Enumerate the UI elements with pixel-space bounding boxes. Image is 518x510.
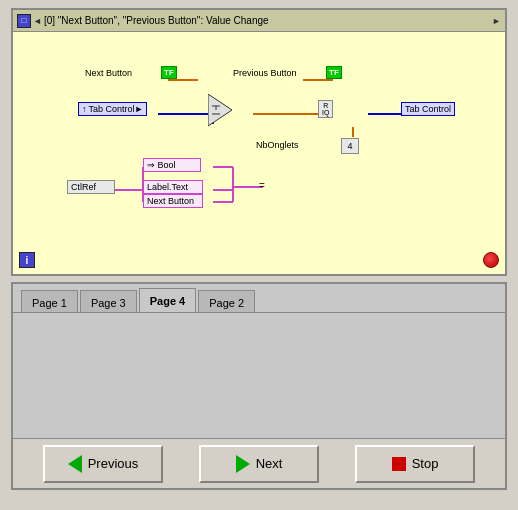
tab-page3[interactable]: Page 3	[80, 290, 137, 314]
front-panel: Page 1 Page 3 Page 4 Page 2 Previous Nex…	[11, 282, 507, 490]
r-iq-box: RIQ	[318, 100, 333, 118]
tab-content-area	[13, 312, 505, 450]
previous-arrow-icon	[68, 455, 82, 473]
next-label: Next	[256, 456, 283, 471]
previous-label: Previous	[88, 456, 139, 471]
bd-title: [0] "Next Button", "Previous Button": Va…	[44, 15, 490, 26]
label-text-box: Label.Text	[143, 180, 203, 194]
next-button-label: Next Button	[85, 68, 132, 78]
bool-label: ⇒ Bool	[147, 160, 176, 170]
button-bar: Previous Next Stop	[13, 438, 505, 488]
tab-page4[interactable]: Page 4	[139, 288, 196, 312]
nbonglets-value: 4	[341, 138, 359, 154]
bd-icon: □	[17, 14, 31, 28]
tab-page2[interactable]: Page 2	[198, 290, 255, 314]
equals-sign: =	[259, 180, 265, 191]
ctlref-box: CtlRef	[67, 180, 115, 194]
prev-tf-box: TF	[326, 66, 342, 79]
stop-indicator	[483, 252, 499, 268]
scroll-right-icon[interactable]: ►	[492, 16, 501, 26]
i-icon: i	[19, 252, 35, 268]
tab-control-in: ↑Tab Control►	[78, 102, 147, 116]
stop-button[interactable]: Stop	[355, 445, 475, 483]
comparator-node	[208, 94, 258, 134]
tab-control-out: Tab Control	[401, 102, 455, 116]
stop-icon	[392, 457, 406, 471]
next-button[interactable]: Next	[199, 445, 319, 483]
tab-page1[interactable]: Page 1	[21, 290, 78, 314]
nbonglets-label: NbOnglets	[256, 140, 299, 150]
next-tf-box: TF	[161, 66, 177, 79]
prev-button-label: Previous Button	[233, 68, 297, 78]
tab-bar: Page 1 Page 3 Page 4 Page 2	[13, 284, 505, 312]
previous-button[interactable]: Previous	[43, 445, 163, 483]
next-arrow-icon	[236, 455, 250, 473]
block-diagram: □ ◄ [0] "Next Button", "Previous Button"…	[11, 8, 507, 276]
svg-marker-19	[208, 94, 232, 126]
bool-box: ⇒ Bool	[143, 158, 201, 172]
scroll-left-icon[interactable]: ◄	[33, 16, 42, 26]
bd-topbar: □ ◄ [0] "Next Button", "Previous Button"…	[13, 10, 505, 32]
bd-content: Next Button TF Previous Button TF ↑Tab C…	[13, 32, 505, 274]
next-button-lower: Next Button	[143, 194, 203, 208]
stop-label: Stop	[412, 456, 439, 471]
